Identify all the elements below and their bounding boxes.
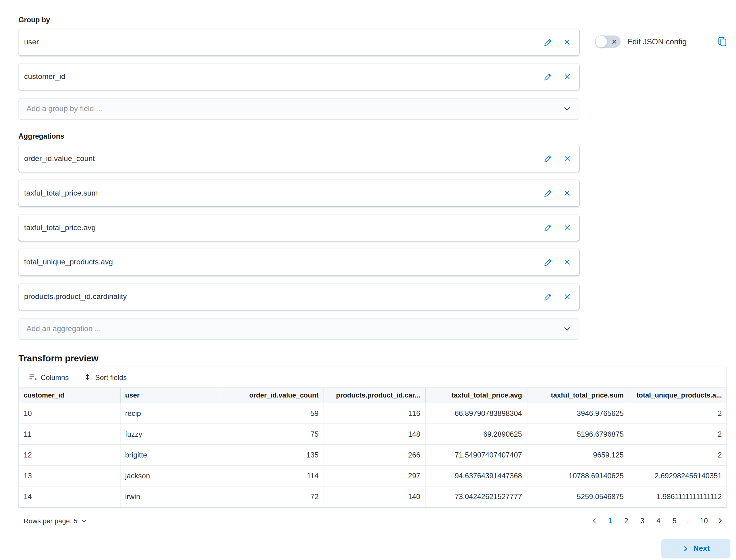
copy-config-button[interactable] xyxy=(718,37,727,47)
pencil-icon xyxy=(544,189,552,197)
transform-preview-title: Transform preview xyxy=(18,353,736,364)
wizard-actions: Next xyxy=(18,539,730,558)
pagination-page-10[interactable]: 10 xyxy=(697,514,711,527)
edit-aggregation-button[interactable] xyxy=(543,154,553,163)
cell-products-cardinality: 266 xyxy=(324,445,425,465)
cell-order-id-value-count: 59 xyxy=(222,403,323,424)
column-header-customer-id[interactable]: customer_id xyxy=(19,387,120,403)
aggregation-item-label: order_id.value_count xyxy=(24,154,95,163)
edit-aggregation-button[interactable] xyxy=(543,188,553,198)
pencil-icon xyxy=(544,293,552,301)
pill-actions xyxy=(543,72,572,81)
column-header-taxful-total-price-avg[interactable]: taxful_total_price.avg xyxy=(425,387,527,403)
pagination-page-2[interactable]: 2 xyxy=(619,514,633,527)
cross-icon xyxy=(563,258,571,266)
column-header-taxful-total-price-sum[interactable]: taxful_total_price.sum xyxy=(527,387,629,403)
cell-user: irwin xyxy=(120,486,222,507)
pagination-page-1[interactable]: 1 xyxy=(603,514,617,527)
column-header-total-unique-products-avg[interactable]: total_unique_products.a... xyxy=(629,387,727,403)
cell-products-cardinality: 116 xyxy=(324,403,425,424)
pagination: 1 2 3 4 5 ... 10 xyxy=(587,514,727,527)
table-row: 12 brigitte 135 266 71.54907407407407 96… xyxy=(19,445,727,465)
cross-icon xyxy=(563,189,571,197)
pill-actions xyxy=(543,292,572,301)
chevron-right-icon xyxy=(682,545,689,552)
cell-unique-products-avg: 2 xyxy=(629,403,727,424)
remove-aggregation-button[interactable] xyxy=(562,154,572,163)
cell-price-avg: 66.89790783898304 xyxy=(425,403,527,424)
cell-price-avg: 69.2890625 xyxy=(425,424,527,445)
remove-aggregation-button[interactable] xyxy=(562,188,572,198)
config-left-column: Group by user customer_id xyxy=(18,16,579,352)
cross-icon xyxy=(563,73,571,80)
edit-json-config-toggle[interactable] xyxy=(595,35,621,48)
chevron-right-icon xyxy=(716,517,723,524)
toggle-knob xyxy=(595,35,607,48)
aggregation-item-label: total_unique_products.avg xyxy=(24,258,113,267)
cell-unique-products-avg: 2 xyxy=(629,424,727,445)
remove-group-by-button[interactable] xyxy=(562,72,572,81)
pencil-icon xyxy=(544,155,552,162)
pagination-ellipsis: ... xyxy=(683,517,695,525)
transform-wizard-page: Group by user customer_id xyxy=(0,0,736,560)
sort-arrows-icon xyxy=(84,373,92,381)
pagination-page-5[interactable]: 5 xyxy=(667,514,682,527)
list-add-icon xyxy=(29,373,37,381)
cell-customer-id: 12 xyxy=(19,445,120,465)
cell-user: brigitte xyxy=(120,445,222,465)
pagination-page-3[interactable]: 3 xyxy=(635,514,649,527)
remove-aggregation-button[interactable] xyxy=(562,292,572,301)
pagination-page-4[interactable]: 4 xyxy=(651,514,665,527)
cell-customer-id: 13 xyxy=(19,465,120,486)
aggregation-item: order_id.value_count xyxy=(18,145,579,172)
add-aggregation-input[interactable]: Add an aggregation ... xyxy=(18,318,579,340)
cell-unique-products-avg: 2 xyxy=(629,445,727,465)
aggregation-item: taxful_total_price.avg xyxy=(18,214,579,241)
cell-products-cardinality: 297 xyxy=(324,465,425,486)
remove-aggregation-button[interactable] xyxy=(562,257,572,267)
edit-aggregation-button[interactable] xyxy=(543,292,553,301)
next-page-button[interactable] xyxy=(713,514,727,527)
table-row: 14 irwin 72 140 73.04242621527777 5259.0… xyxy=(19,486,727,507)
cell-order-id-value-count: 135 xyxy=(222,445,323,465)
preview-data-grid: Columns Sort fields customer_id user ord… xyxy=(18,367,727,507)
edit-json-config-label: Edit JSON config xyxy=(627,37,686,46)
group-by-item: user xyxy=(18,29,579,55)
aggregation-item: total_unique_products.avg xyxy=(18,249,579,275)
chevron-left-icon xyxy=(591,517,598,524)
cell-price-avg: 73.04242621527777 xyxy=(425,486,527,507)
cell-price-sum: 9659.125 xyxy=(527,445,629,465)
edit-aggregation-button[interactable] xyxy=(543,223,553,233)
cell-customer-id: 14 xyxy=(19,486,120,507)
pill-actions xyxy=(543,154,572,163)
remove-aggregation-button[interactable] xyxy=(562,223,572,232)
columns-button[interactable]: Columns xyxy=(29,373,69,381)
edit-aggregation-button[interactable] xyxy=(543,257,553,267)
table-footer: Rows per page: 5 1 2 3 4 5 ... 10 xyxy=(18,514,727,527)
group-by-item-label: customer_id xyxy=(24,73,65,81)
cell-user: recip xyxy=(120,403,222,424)
cell-customer-id: 10 xyxy=(19,403,120,424)
group-by-item-label: user xyxy=(24,38,39,47)
cross-icon xyxy=(563,293,571,301)
add-group-by-field-input[interactable]: Add a group by field ... xyxy=(18,98,579,120)
table-header-row: customer_id user order_id.value_count pr… xyxy=(19,387,727,403)
pencil-icon xyxy=(544,73,552,80)
pill-actions xyxy=(543,223,572,233)
cell-order-id-value-count: 114 xyxy=(222,465,323,486)
aggregation-item-label: products.product_id.cardinality xyxy=(24,293,127,301)
rows-per-page-button[interactable]: Rows per page: 5 xyxy=(18,517,87,525)
table-row: 11 fuzzy 75 148 69.2890625 5196.6796875 … xyxy=(19,424,727,445)
column-header-order-id-value-count[interactable]: order_id.value_count xyxy=(222,387,323,403)
column-header-user[interactable]: user xyxy=(120,387,222,403)
column-header-products-product-id-cardinality[interactable]: products.product_id.car... xyxy=(324,387,425,403)
remove-group-by-button[interactable] xyxy=(562,37,572,47)
next-button[interactable]: Next xyxy=(661,539,730,558)
group-by-label: Group by xyxy=(18,16,579,24)
content: Group by user customer_id xyxy=(0,0,736,558)
edit-group-by-button[interactable] xyxy=(543,72,553,81)
sort-fields-button[interactable]: Sort fields xyxy=(84,373,127,381)
previous-page-button[interactable] xyxy=(587,514,601,527)
edit-group-by-button[interactable] xyxy=(543,37,553,47)
cross-icon xyxy=(563,224,571,231)
